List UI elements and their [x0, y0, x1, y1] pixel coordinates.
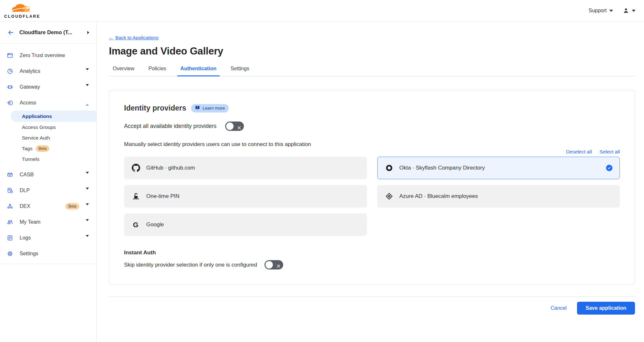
provider-grid: GitHub · github.com Okta · Skyflash Comp…	[124, 157, 620, 236]
provider-tile-azure-ad[interactable]: Azure AD · Bluecalm employees	[377, 185, 620, 208]
instant-auth-heading: Instant Auth	[124, 249, 620, 256]
network-nodes-icon	[7, 203, 13, 210]
accept-all-toggle[interactable]	[225, 122, 244, 131]
sidebar-item-label: Access	[20, 100, 79, 106]
sidebar-item-label: Access Groups	[22, 124, 56, 130]
sidebar-item-label: Tags	[22, 146, 33, 151]
cloudflare-logo[interactable]: CLOUDFLARE	[4, 3, 40, 19]
beta-badge: Beta	[65, 203, 79, 210]
book-icon	[195, 106, 200, 111]
provider-tile-okta[interactable]: Okta · Skyflash Company Directory	[377, 157, 620, 179]
account-switcher[interactable]: Cloudflare Demo (T...	[0, 22, 96, 44]
document-lock-icon	[7, 187, 13, 194]
select-all-link[interactable]: Select all	[600, 149, 620, 155]
sidebar-item-service-auth[interactable]: Service Auth	[0, 132, 96, 143]
cancel-button[interactable]: Cancel	[551, 305, 567, 311]
sidebar-item-access-groups[interactable]: Access Groups	[0, 122, 96, 132]
provider-label: Google	[146, 221, 164, 228]
card-title: Identity providers	[124, 104, 186, 112]
account-name: Cloudflare Demo (T...	[19, 29, 82, 35]
access-subnav: Applications Access Groups Service Auth …	[0, 111, 96, 164]
provider-label: GitHub · github.com	[146, 165, 195, 171]
deselect-all-link[interactable]: Deselect all	[566, 149, 592, 155]
learn-more-badge[interactable]: Learn more	[191, 104, 229, 112]
sidebar-item-dex[interactable]: DEX Beta	[0, 198, 96, 214]
sidebar-item-label: CASB	[20, 172, 79, 178]
tab-policies[interactable]: Policies	[145, 66, 169, 76]
sidebar-item-applications[interactable]: Applications	[11, 111, 96, 122]
user-icon	[623, 7, 629, 14]
okta-icon	[385, 164, 394, 172]
back-arrow-icon[interactable]	[7, 29, 14, 36]
chevron-right-icon	[87, 31, 89, 34]
provider-label: Azure AD · Bluecalm employees	[399, 193, 478, 200]
support-menu[interactable]: Support	[589, 8, 613, 14]
github-icon	[131, 164, 140, 172]
toggle-knob	[265, 261, 273, 269]
chevron-down-icon	[86, 235, 89, 241]
accept-all-label: Accept all available identity providers	[124, 123, 216, 130]
provider-label: One-time PIN	[146, 193, 179, 200]
sidebar-item-label: Tunnels	[22, 156, 40, 162]
action-footer: Cancel Save application	[109, 297, 635, 315]
sidebar-item-tags[interactable]: Tags Beta	[0, 143, 96, 154]
chevron-down-icon	[86, 172, 89, 178]
support-label: Support	[589, 8, 607, 14]
save-application-button[interactable]: Save application	[577, 302, 635, 315]
sidebar-item-access[interactable]: Access	[0, 95, 96, 111]
sidebar-item-label: Analytics	[20, 68, 79, 74]
provider-tile-github[interactable]: GitHub · github.com	[124, 157, 367, 179]
tab-settings[interactable]: Settings	[227, 66, 253, 76]
sidebar-item-settings[interactable]: Settings	[0, 246, 96, 261]
window-icon	[7, 52, 13, 59]
sidebar-item-label: Logs	[20, 235, 79, 241]
sidebar-item-label: DEX	[20, 203, 59, 209]
provider-tile-google[interactable]: G Google	[124, 213, 367, 236]
tab-bar: Overview Policies Authentication Setting…	[109, 66, 635, 76]
provider-tile-one-time-pin[interactable]: **** One-time PIN	[124, 185, 367, 208]
azure-ad-icon	[385, 192, 394, 200]
sidebar-item-label: Applications	[22, 113, 52, 119]
chevron-down-icon	[609, 10, 613, 12]
sidebar: Cloudflare Demo (T... Zero Trust overvie…	[0, 22, 97, 342]
sidebar-item-casb[interactable]: CASB	[0, 167, 96, 182]
manual-select-text: Manually select identity providers users…	[124, 141, 620, 148]
learn-more-label: Learn more	[203, 106, 225, 111]
sidebar-item-zero-trust-overview[interactable]: Zero Trust overview	[0, 47, 96, 63]
sidebar-divider	[0, 264, 96, 264]
chevron-up-icon	[86, 100, 89, 106]
sidebar-item-label: Settings	[20, 251, 89, 257]
one-time-pin-icon: ****	[131, 192, 140, 200]
back-to-applications-link[interactable]: ← Back to Applications	[109, 35, 159, 40]
gateway-icon	[7, 84, 13, 90]
instant-auth-toggle[interactable]	[264, 260, 283, 269]
logs-list-icon	[7, 235, 13, 241]
svg-text:****: ****	[133, 198, 139, 200]
sidebar-item-label: DLP	[20, 188, 79, 193]
user-account-menu[interactable]	[623, 7, 636, 14]
people-icon	[7, 219, 13, 225]
instant-auth-label: Skip identity provider selection if only…	[124, 262, 257, 268]
sidebar-item-analytics[interactable]: Analytics	[0, 63, 96, 79]
tab-overview[interactable]: Overview	[110, 66, 138, 76]
selected-check-icon	[606, 165, 612, 171]
chevron-down-icon	[632, 10, 636, 12]
toggle-x-icon	[237, 124, 241, 131]
chevron-down-icon	[86, 203, 89, 209]
sidebar-item-tunnels[interactable]: Tunnels	[0, 154, 96, 164]
sidebar-item-logs[interactable]: Logs	[0, 230, 96, 246]
gear-icon	[7, 250, 13, 257]
beta-badge: Beta	[36, 145, 50, 152]
google-icon: G	[131, 220, 140, 229]
top-header: CLOUDFLARE Support	[0, 0, 644, 22]
identity-providers-card: Identity providers Learn more Accept all…	[109, 90, 635, 285]
chevron-down-icon	[86, 188, 89, 193]
sidebar-item-my-team[interactable]: My Team	[0, 214, 96, 230]
cloudflare-cloud-icon	[9, 3, 35, 14]
tab-authentication[interactable]: Authentication	[177, 66, 220, 76]
sidebar-item-gateway[interactable]: Gateway	[0, 79, 96, 95]
sidebar-item-dlp[interactable]: DLP	[0, 182, 96, 198]
page-title: Image and Video Gallery	[109, 45, 635, 57]
svg-text:G: G	[133, 221, 139, 229]
chevron-down-icon	[86, 68, 89, 74]
